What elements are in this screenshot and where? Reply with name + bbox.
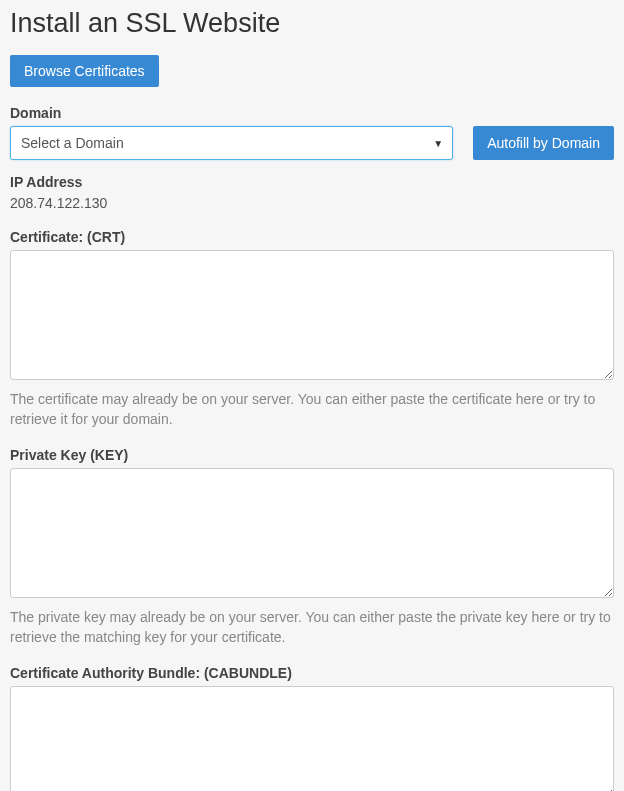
private-key-label: Private Key (KEY): [10, 447, 614, 463]
ip-address-value: 208.74.122.130: [10, 195, 614, 211]
private-key-textarea[interactable]: [10, 468, 614, 598]
certificate-help: The certificate may already be on your s…: [10, 390, 614, 429]
private-key-help: The private key may already be on your s…: [10, 608, 614, 647]
cabundle-textarea[interactable]: [10, 686, 614, 791]
domain-select[interactable]: Select a Domain: [10, 126, 453, 160]
certificate-textarea[interactable]: [10, 250, 614, 380]
ip-address-label: IP Address: [10, 174, 614, 190]
domain-label: Domain: [10, 105, 614, 121]
certificate-label: Certificate: (CRT): [10, 229, 614, 245]
domain-select-wrap: Select a Domain ▼: [10, 126, 453, 160]
page-title: Install an SSL Website: [10, 8, 614, 39]
browse-certificates-button[interactable]: Browse Certificates: [10, 55, 159, 87]
cabundle-label: Certificate Authority Bundle: (CABUNDLE): [10, 665, 614, 681]
autofill-by-domain-button[interactable]: Autofill by Domain: [473, 126, 614, 160]
